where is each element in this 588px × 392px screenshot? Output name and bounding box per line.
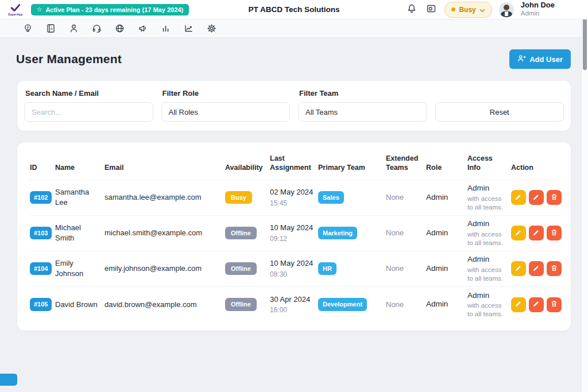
col-last-assignment: Last Assignment — [270, 154, 318, 173]
user-nav-button[interactable] — [68, 22, 80, 34]
lightbulb-icon — [23, 24, 33, 33]
table-row: #102 Samantha Lee samantha.lee@example.c… — [30, 180, 562, 216]
pencil-icon — [533, 193, 540, 202]
assignment-time: 16:00 — [270, 305, 314, 315]
line-chart-icon — [184, 24, 194, 33]
reset-field-group: Reset — [435, 89, 564, 122]
app-screen: SuperApp ☆ Active Plan - 23 days remaini… — [0, 0, 588, 392]
delete-button[interactable] — [547, 190, 562, 205]
search-label: Search Name / Email — [25, 89, 153, 98]
extended-teams-cell: None — [386, 300, 426, 310]
journal-icon — [46, 24, 56, 33]
pencil-icon — [515, 265, 522, 273]
card-button[interactable] — [425, 2, 438, 17]
user-email-cell: emily.johnson@example.com — [105, 263, 225, 274]
user-name-cell: Michael Smith — [55, 223, 105, 243]
col-id: ID — [30, 163, 55, 172]
delete-button[interactable] — [547, 297, 562, 312]
access-info-cell: Admin with access to all teams. — [467, 254, 511, 282]
edit-button[interactable] — [529, 297, 544, 312]
role-field-group: Filter Role All Roles — [161, 89, 291, 122]
search-field-group: Search Name / Email — [24, 89, 153, 122]
avatar[interactable] — [499, 2, 514, 17]
col-name: Name — [55, 163, 105, 172]
table-row: #103 Michael Smith michael.smith@example… — [30, 216, 562, 251]
user-plus-icon — [517, 54, 526, 64]
logo-text: SuperApp — [8, 13, 23, 16]
headset-icon — [92, 24, 102, 33]
edit-button[interactable] — [529, 226, 544, 240]
access-info-desc: with access to all teams. — [467, 301, 506, 319]
pencil-icon — [515, 300, 522, 309]
availability-badge: Offline — [225, 298, 257, 311]
card-icon — [426, 3, 436, 15]
col-email: Email — [105, 163, 225, 172]
user-name-cell: David Brown — [55, 300, 105, 310]
quick-edit-button[interactable] — [511, 297, 526, 312]
settings-nav-button[interactable] — [206, 22, 218, 34]
access-info-desc: with access to all teams. — [467, 266, 506, 283]
company-title: PT ABCD Tech Solutions — [248, 5, 339, 14]
user-name-cell: Emily Johnson — [55, 258, 105, 278]
extended-teams-cell: None — [386, 192, 426, 203]
team-filter-label: Filter Team — [299, 89, 427, 98]
notifications-button[interactable] — [405, 2, 418, 17]
availability-badge: Offline — [225, 262, 257, 275]
app-logo[interactable]: SuperApp — [8, 3, 23, 16]
access-info-title: Admin — [467, 254, 506, 265]
delete-button[interactable] — [547, 226, 562, 240]
assignment-time: 15:45 — [270, 199, 314, 208]
access-info-desc: with access to all teams. — [467, 195, 506, 212]
topbar-right: Busy John Doe Admin — [405, 1, 580, 17]
add-user-button[interactable]: Add User — [509, 49, 571, 69]
pencil-icon — [533, 265, 540, 273]
trash-icon — [551, 193, 558, 202]
reset-button[interactable]: Reset — [435, 102, 564, 122]
page-head: User Management Add User — [0, 38, 588, 69]
bar-chart-icon — [161, 24, 171, 33]
role-cell: Admin — [426, 228, 467, 238]
actions-cell — [511, 297, 566, 312]
avatar-shirt — [505, 11, 508, 16]
active-plan-badge: ☆ Active Plan - 23 days remaining (17 Ma… — [31, 4, 189, 15]
search-input[interactable] — [24, 102, 153, 122]
chevron-down-icon — [479, 5, 485, 15]
extended-teams-cell: None — [386, 263, 426, 274]
megaphone-nav-button[interactable] — [137, 22, 149, 34]
quick-edit-button[interactable] — [511, 261, 526, 276]
edit-button[interactable] — [529, 190, 544, 205]
assignment-date: 30 Apr 2024 — [270, 294, 314, 305]
quick-edit-button[interactable] — [511, 226, 526, 240]
edit-button[interactable] — [529, 261, 544, 276]
globe-nav-button[interactable] — [114, 22, 126, 34]
actions-cell — [511, 190, 566, 205]
last-assignment-cell: 10 May 2024 09:12 — [270, 223, 318, 243]
access-info-title: Admin — [467, 183, 506, 193]
lightbulb-nav-button[interactable] — [22, 22, 34, 34]
access-info-title: Admin — [467, 290, 506, 301]
team-filter-select[interactable]: All Teams — [298, 102, 427, 122]
trash-icon — [551, 265, 558, 273]
journal-nav-button[interactable] — [45, 22, 57, 34]
availability-badge: Busy — [225, 191, 252, 204]
chat-widget-tab[interactable] — [0, 374, 17, 386]
col-extended-teams: Extended Teams — [386, 154, 426, 173]
bell-icon — [407, 3, 417, 15]
role-filter-select[interactable]: All Roles — [161, 102, 291, 122]
assignment-date: 10 May 2024 — [270, 258, 314, 269]
status-dropdown[interactable]: Busy — [444, 2, 492, 18]
team-field-group: Filter Team All Teams — [298, 89, 427, 122]
settings-icon — [207, 24, 216, 33]
line-chart-nav-button[interactable] — [183, 22, 195, 34]
headset-nav-button[interactable] — [91, 22, 103, 34]
bar-chart-nav-button[interactable] — [160, 22, 172, 34]
access-info-cell: Admin with access to all teams. — [467, 183, 511, 211]
users-table-card: ID Name Email Availability Last Assignme… — [17, 142, 571, 331]
user-email-cell: david.brown@example.com — [105, 300, 225, 310]
table-row: #105 David Brown david.brown@example.com… — [30, 287, 562, 323]
plan-badge-text: Active Plan - 23 days remaining (17 May … — [45, 6, 183, 13]
quick-edit-button[interactable] — [511, 190, 526, 205]
id-badge: #102 — [30, 191, 52, 204]
delete-button[interactable] — [547, 261, 562, 276]
user-email-cell: samantha.lee@example.com — [105, 192, 225, 203]
